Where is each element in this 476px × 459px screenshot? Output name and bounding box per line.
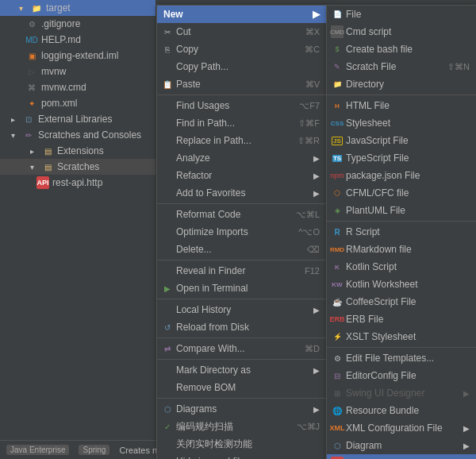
- sidebar-item-scratches-consoles[interactable]: ▾ ✏ Scratches and Consoles: [0, 127, 155, 143]
- submenu-item-bash[interactable]: $ Create bash file: [327, 40, 476, 58]
- xslt-icon: ⚡: [331, 330, 344, 343]
- menu-item-new[interactable]: New ▶: [157, 6, 326, 23]
- menu-item-optimize-imports[interactable]: Optimize Imports ^⌥O: [157, 223, 326, 241]
- submenu-item-css[interactable]: CSS Stylesheet: [327, 114, 476, 132]
- menu-item-reload[interactable]: ↺ Reload from Disk: [157, 318, 326, 336]
- submenu-item-directory[interactable]: 📁 Directory: [327, 75, 476, 93]
- iml-icon: ▣: [25, 49, 38, 62]
- sidebar-item-mvnw[interactable]: ▷ mvnw: [0, 64, 155, 79]
- submenu-item-rmd[interactable]: RMD RMarkdown file: [327, 241, 476, 258]
- submenu-item-label: HTML File: [346, 100, 390, 111]
- submenu-item-plantuml[interactable]: ◈ PlantUML File: [327, 202, 476, 219]
- menu-shortcut: ⌘X: [305, 27, 320, 37]
- menu-item-refactor[interactable]: Refactor ▶: [157, 167, 326, 184]
- menu-item-find-usages[interactable]: Find Usages ⌥F7: [157, 97, 326, 114]
- menu-item-paste[interactable]: 📋 Paste ⌘V: [157, 75, 326, 93]
- submenu-item-erb[interactable]: ERB ERB File: [327, 310, 476, 328]
- menu-shortcut: ⇧⌘R: [298, 136, 320, 146]
- submenu-item-diagram[interactable]: ⬡ Diagram ▶: [327, 437, 476, 454]
- menu-item-hide-ignored[interactable]: Hide ignored files: [157, 453, 326, 459]
- sidebar-item-scratches[interactable]: ▾ ▤ Scratches: [0, 159, 155, 175]
- favorites-arrow-icon: ▶: [313, 189, 320, 198]
- menu-item-label: Add to Favorites: [176, 187, 245, 199]
- spring-tag[interactable]: Spring: [79, 445, 109, 455]
- submenu-item-label: Kotlin Script: [346, 261, 397, 272]
- diagram-arrow-icon: ▶: [463, 442, 470, 450]
- scratch-expand-icon: ▾: [25, 160, 38, 173]
- submenu-item-kotlin-worksheet[interactable]: KW Kotlin Worksheet: [327, 276, 476, 293]
- menu-item-label: Open in Terminal: [176, 283, 248, 294]
- sidebar-item-mvnwcmd[interactable]: ⌘ mvnw.cmd: [0, 79, 155, 95]
- menu-item-reformat[interactable]: Reformat Code ⌥⌘L: [157, 206, 326, 223]
- submenu-item-xslt[interactable]: ⚡ XSLT Stylesheet: [327, 328, 476, 345]
- menu-item-delete[interactable]: Delete... ⌫: [157, 241, 326, 258]
- menu-item-copy-path[interactable]: Copy Path...: [157, 58, 326, 75]
- mvnw-icon: ▷: [25, 65, 38, 78]
- swing-icon: ⊞: [331, 387, 344, 399]
- sidebar-item-external-libs[interactable]: ▸ ⊡ External Libraries: [0, 111, 155, 127]
- menu-item-label: Diagrams: [176, 403, 217, 415]
- sidebar-item-label: .gitignore: [41, 18, 80, 29]
- menu-item-label: Reformat Code: [176, 209, 240, 220]
- menu-item-copy[interactable]: ⎘ Copy ⌘C: [157, 40, 326, 58]
- menu-item-compare[interactable]: ⇄ Compare With... ⌘D: [157, 340, 326, 357]
- sidebar-item-label: logging-extend.iml: [41, 50, 118, 61]
- sidebar-item-gitignore[interactable]: ⚙ .gitignore: [0, 16, 155, 32]
- submenu-item-r-script[interactable]: R R Script: [327, 223, 476, 241]
- menu-item-cut[interactable]: ✂ Cut ⌘X: [157, 23, 326, 40]
- html-icon: H: [331, 99, 344, 112]
- menu-shortcut: ⌥F7: [299, 101, 320, 111]
- submenu-item-label: EditorConfig File: [346, 370, 416, 381]
- submenu-item-kotlin-script[interactable]: K Kotlin Script: [327, 258, 476, 276]
- menu-item-remove-bom[interactable]: Remove BOM: [157, 379, 326, 396]
- submenu-item-ts[interactable]: TS TypeScript File: [327, 149, 476, 167]
- submenu-item-file[interactable]: 📄 File: [327, 6, 476, 23]
- extensions-folder-icon: ▤: [41, 145, 54, 157]
- submenu-item-js[interactable]: JS JavaScript File: [327, 132, 476, 149]
- menu-item-reveal[interactable]: Reveal in Finder F12: [157, 262, 326, 280]
- submenu-item-xml-config[interactable]: XML XML Configuration File ▶: [327, 419, 476, 437]
- cfml-icon: ⬡: [331, 187, 344, 199]
- submenu-item-coffee[interactable]: ☕ CoffeeScript File: [327, 293, 476, 310]
- submenu-item-cfml[interactable]: ⬡ CFML/CFC file: [327, 184, 476, 202]
- sidebar-item-iml[interactable]: ▣ logging-extend.iml: [0, 48, 155, 64]
- menu-item-mark-dir[interactable]: Mark Directory as ▶: [157, 361, 326, 379]
- submenu-item-label: Stylesheet: [346, 118, 390, 129]
- editorconfig-icon: ⊟: [331, 369, 344, 382]
- submenu-item-label: CoffeeScript File: [346, 296, 416, 307]
- diagrams-arrow-icon: ▶: [313, 405, 320, 414]
- menu-item-replace-in-path[interactable]: Replace in Path... ⇧⌘R: [157, 132, 326, 149]
- menu-item-open-terminal[interactable]: ▶ Open in Terminal: [157, 280, 326, 297]
- folder-open-icon: ▾: [14, 2, 27, 14]
- submenu-item-label: File: [346, 9, 361, 20]
- libs-icon: ⊡: [22, 113, 35, 125]
- submenu-item-edit-templates[interactable]: ⚙ Edit File Templates...: [327, 349, 476, 367]
- menu-item-code-scan[interactable]: ✓ 编码规约扫描 ⌥⌘J: [157, 418, 326, 435]
- submenu-item-cmd-script[interactable]: CMD Cmd script: [327, 23, 476, 40]
- submenu-separator-3: [327, 347, 476, 348]
- menu-separator-7: [157, 398, 326, 399]
- sidebar-item-extensions[interactable]: ▸ ▤ Extensions: [0, 143, 155, 159]
- submenu-item-editorconfig[interactable]: ⊟ EditorConfig File: [327, 367, 476, 384]
- menu-item-add-favorites[interactable]: Add to Favorites ▶: [157, 184, 326, 202]
- plantuml-icon: ◈: [331, 204, 344, 217]
- menu-item-local-history[interactable]: Local History ▶: [157, 301, 326, 318]
- menu-item-find-in-path[interactable]: Find in Path... ⇧⌘F: [157, 114, 326, 132]
- menu-shortcut: ⌘D: [305, 344, 320, 354]
- submenu-item-scratch[interactable]: ✎ Scratch File ⇧⌘N: [327, 58, 476, 75]
- submenu-item-label: Directory: [346, 79, 384, 90]
- sidebar-item-help[interactable]: MD HELP.md: [0, 32, 155, 48]
- menu-item-analyze[interactable]: Analyze ▶: [157, 149, 326, 167]
- submenu-item-resource-bundle[interactable]: 🌐 Resource Bundle: [327, 402, 476, 419]
- sidebar-item-rest-api[interactable]: API rest-api.http: [0, 175, 155, 191]
- submenu-item-http-request[interactable]: API HTTP Request: [327, 454, 476, 459]
- submenu-item-package-json[interactable]: npm package.json File: [327, 167, 476, 184]
- menu-item-diagrams[interactable]: ⬡ Diagrams ▶: [157, 400, 326, 418]
- sidebar-item-pom[interactable]: ✦ pom.xml: [0, 95, 155, 111]
- xml-arrow-icon: ▶: [463, 424, 470, 433]
- swing-arrow-icon: ▶: [463, 389, 470, 398]
- java-enterprise-tag[interactable]: Java Enterprise: [6, 445, 69, 455]
- menu-item-close-realtime[interactable]: 关闭实时检测功能: [157, 435, 326, 453]
- submenu-item-html[interactable]: H HTML File: [327, 97, 476, 114]
- sidebar-item-target[interactable]: ▾ 📁 target: [0, 0, 155, 16]
